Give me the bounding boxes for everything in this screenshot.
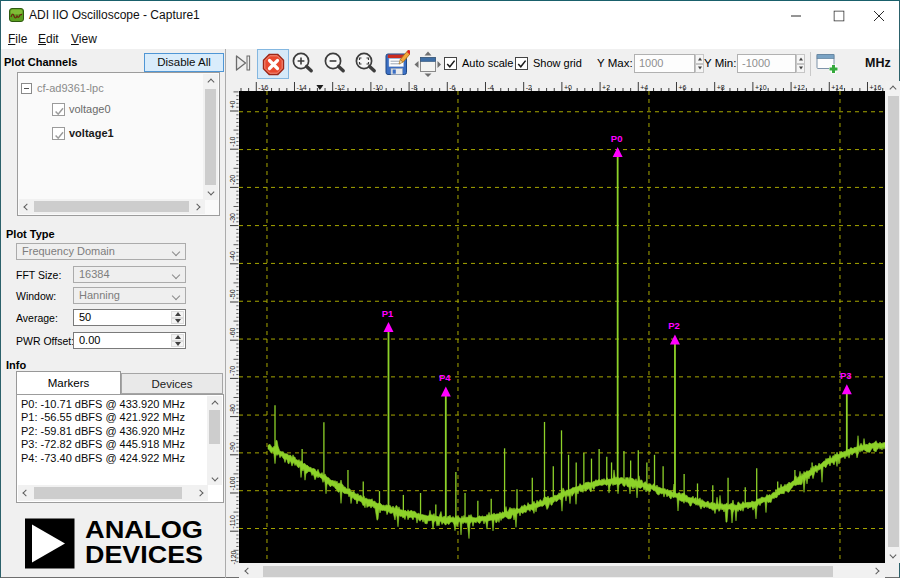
marker-hscroll-thumb[interactable]	[34, 487, 182, 499]
marker-scroll-up-button[interactable]	[207, 396, 222, 409]
pwr-offset-spinbox[interactable]: 0.00	[73, 332, 186, 349]
minimize-button[interactable]	[774, 1, 817, 30]
channel-voltage0-label[interactable]: voltage0	[69, 103, 111, 115]
y-tick-label: -110	[230, 515, 237, 529]
chevron-down-icon	[172, 248, 180, 256]
plot-scroll-left-button[interactable]	[239, 564, 255, 578]
plot-hscroll-thumb[interactable]	[263, 566, 833, 577]
checkmark-icon	[516, 58, 528, 70]
channel-voltage0-checkbox[interactable]	[52, 103, 65, 116]
tab-markers[interactable]: Markers	[16, 371, 121, 394]
zoom-in-icon	[290, 51, 316, 77]
auto-scale-label[interactable]: Auto scale	[462, 57, 513, 69]
tree-scroll-down-button[interactable]	[203, 186, 218, 200]
checkmark-icon	[53, 129, 66, 142]
tree-hscroll-thumb[interactable]	[34, 201, 189, 212]
zoom-in-button[interactable]	[290, 51, 316, 77]
y-max-spinner[interactable]	[695, 54, 704, 73]
zoom-fit-button[interactable]	[353, 51, 379, 77]
tree-expander-icon[interactable]	[21, 83, 32, 94]
triangle-down-icon	[175, 342, 181, 346]
plot-type-title: Plot Type	[6, 228, 55, 240]
tree-scroll-up-button[interactable]	[203, 74, 218, 88]
x-tick-label: +6	[678, 84, 686, 91]
tree-hscrollbar[interactable]	[19, 199, 205, 214]
spin-up-button[interactable]	[796, 54, 805, 64]
marker-info-line[interactable]: P3: -72.82 dBFS @ 445.918 MHz	[21, 438, 185, 451]
fft-size-combo[interactable]: 16384	[73, 266, 186, 283]
analog-devices-logo: ANALOG DEVICES	[25, 517, 207, 571]
plot-hscrollbar[interactable]	[239, 564, 885, 578]
marker-lines: P0: -10.71 dBFS @ 433.920 MHzP1: -56.55 …	[21, 398, 185, 465]
tree-device-label[interactable]: cf-ad9361-lpc	[37, 82, 104, 94]
plot-type-combo[interactable]: Frequency Domain	[16, 243, 186, 260]
chevron-up-icon	[211, 400, 218, 407]
chevron-up-icon	[889, 85, 896, 92]
fft-size-label: FFT Size:	[16, 269, 61, 281]
stop-icon	[262, 53, 285, 76]
new-plot-button[interactable]	[816, 51, 840, 76]
y-min-field[interactable]: -1000	[737, 54, 796, 73]
marker-info-line[interactable]: P2: -59.81 dBFS @ 436.920 MHz	[21, 425, 185, 438]
window-combo[interactable]: Hanning	[73, 287, 186, 304]
marker-info-line[interactable]: P0: -10.71 dBFS @ 433.920 MHz	[21, 398, 185, 411]
marker-vscroll-thumb[interactable]	[209, 410, 220, 444]
marker-hscrollbar[interactable]	[18, 485, 208, 501]
spin-down-button[interactable]	[796, 64, 805, 74]
tab-devices[interactable]: Devices	[121, 373, 223, 394]
marker-scroll-left-button[interactable]	[18, 485, 32, 501]
y-min-spinner[interactable]	[796, 54, 805, 73]
show-grid-checkbox[interactable]	[515, 57, 528, 70]
marker-label: P4	[439, 372, 451, 383]
capture-stop-button[interactable]	[257, 49, 289, 79]
maximize-button[interactable]	[817, 1, 860, 30]
spin-down-button[interactable]	[171, 341, 184, 348]
channel-voltage1-checkbox[interactable]	[52, 127, 65, 140]
tree-vscrollbar[interactable]	[203, 74, 218, 200]
plot-scroll-right-button[interactable]	[869, 564, 885, 578]
zoom-out-button[interactable]	[322, 51, 348, 77]
x-tick-label: +2	[602, 84, 610, 91]
spin-up-button[interactable]	[695, 54, 704, 64]
marker-info-line[interactable]: P4: -73.40 dBFS @ 424.922 MHz	[21, 452, 185, 465]
plot-vscrollbar[interactable]	[886, 81, 900, 563]
tree-vscroll-thumb[interactable]	[205, 89, 216, 185]
chevron-down-icon	[207, 188, 214, 195]
plot-scroll-down-button[interactable]	[886, 549, 900, 563]
plot-vscroll-thumb[interactable]	[888, 96, 899, 547]
marker-scroll-right-button[interactable]	[194, 485, 208, 501]
disable-all-button[interactable]: Disable All	[144, 53, 224, 72]
auto-scale-checkbox[interactable]	[444, 57, 457, 70]
menu-file[interactable]: File	[8, 32, 27, 46]
x-tick-label: -16	[258, 84, 268, 91]
tree-scroll-left-button[interactable]	[19, 199, 33, 214]
marker-list: P0: -10.71 dBFS @ 433.920 MHzP1: -56.55 …	[16, 394, 224, 503]
toolbar-separator	[810, 52, 811, 76]
average-spinbox[interactable]: 50	[73, 309, 186, 326]
menu-edit[interactable]: Edit	[38, 32, 59, 46]
window-label: Window:	[16, 290, 56, 302]
fft-size-value: 16384	[79, 268, 110, 280]
show-grid-label[interactable]: Show grid	[533, 57, 582, 69]
chevron-down-icon	[172, 271, 180, 279]
menu-view[interactable]: View	[71, 32, 97, 46]
move-plot-to-new-window-button[interactable]	[413, 50, 441, 78]
marker-label: P3	[840, 370, 852, 381]
spin-down-button[interactable]	[171, 318, 184, 325]
y-max-field[interactable]: 1000	[634, 54, 695, 73]
plot-scroll-up-button[interactable]	[886, 81, 900, 95]
marker-info-line[interactable]: P1: -56.55 dBFS @ 421.922 MHz	[21, 411, 185, 424]
y-tick-label: -10	[230, 136, 237, 146]
marker-vscrollbar[interactable]	[207, 396, 222, 485]
capture-play-button[interactable]	[233, 53, 255, 75]
y-tick-label: -20	[230, 175, 237, 185]
y-tick-label: -90	[230, 442, 237, 452]
close-button[interactable]	[857, 1, 900, 30]
fft-plot[interactable]: -16-14-12-10-8-6-4-2+0+2+4+6+8+10+12+14+…	[226, 79, 900, 578]
tree-scroll-right-button[interactable]	[191, 199, 205, 214]
save-button[interactable]	[385, 50, 410, 77]
logo-text-analog: ANALOG	[85, 517, 203, 543]
marker-scroll-down-button[interactable]	[207, 472, 222, 485]
channel-voltage1-label[interactable]: voltage1	[69, 127, 114, 139]
spin-down-button[interactable]	[695, 64, 704, 74]
